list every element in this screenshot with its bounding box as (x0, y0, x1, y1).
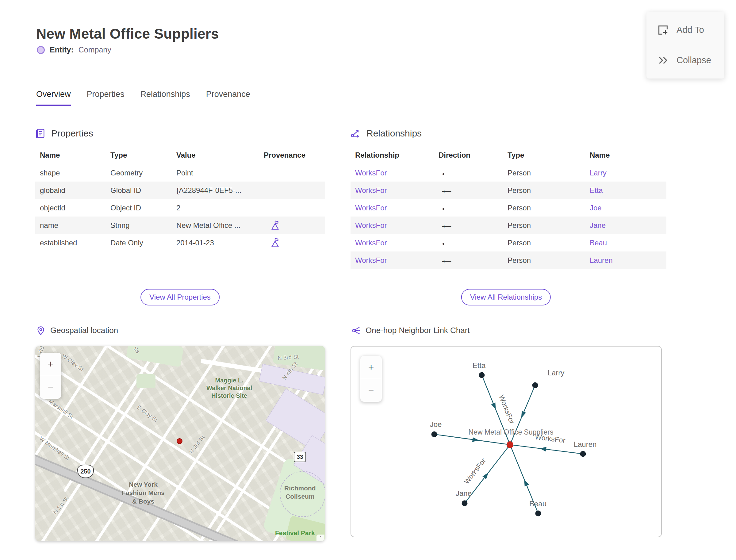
map-label-street: E Clay St (136, 404, 159, 424)
column-header: Name (590, 151, 666, 159)
relationship-direction: ← (439, 203, 508, 213)
tab-properties[interactable]: Properties (87, 90, 125, 106)
relationship-type-link[interactable]: WorksFor (355, 169, 439, 177)
relationship-type-link[interactable]: WorksFor (355, 186, 439, 195)
node-label-Larry: Larry (548, 369, 565, 377)
view-all-relationships-button[interactable]: View All Relationships (461, 289, 551, 305)
node-Lauren[interactable] (580, 451, 586, 457)
related-entity-type: Person (508, 169, 590, 177)
property-provenance[interactable] (264, 238, 325, 248)
add-to-button[interactable]: Add To (646, 24, 724, 36)
one-hop-link-chart[interactable]: WorksForWorksForWorksForEttaLarryJoeLaur… (351, 346, 662, 537)
related-entity-link[interactable]: Lauren (590, 256, 666, 265)
related-entity-type: Person (508, 256, 590, 265)
link-chart-title: One-hop Neighbor Link Chart (366, 326, 470, 335)
relationship-direction: ← (439, 255, 508, 265)
related-entity-type: Person (508, 239, 590, 247)
relationship-type-link[interactable]: WorksFor (355, 221, 439, 230)
link-chart-icon (351, 326, 361, 335)
tab-overview[interactable]: Overview (36, 90, 71, 106)
relationship-type-link[interactable]: WorksFor (355, 256, 439, 265)
tab-bar: Overview Properties Relationships Proven… (36, 90, 250, 106)
collapse-button[interactable]: Collapse (646, 54, 724, 67)
relationships-section-title: Relationships (366, 128, 422, 139)
property-type: Global ID (110, 186, 176, 195)
relationship-direction: ← (439, 168, 508, 178)
tab-provenance[interactable]: Provenance (206, 90, 250, 106)
node-label-Joe: Joe (430, 420, 442, 428)
column-header: Name (40, 151, 110, 159)
node-label-Lauren: Lauren (574, 440, 597, 448)
related-entity-link[interactable]: Etta (590, 186, 666, 195)
left-arrow-icon: ← (439, 168, 454, 178)
provenance-flag-icon (270, 220, 280, 230)
node-label-Etta: Etta (473, 361, 486, 370)
link-chart-heading: One-hop Neighbor Link Chart (351, 326, 470, 335)
view-all-properties-button[interactable]: View All Properties (140, 289, 220, 305)
related-entity-link[interactable]: Jane (590, 221, 666, 230)
property-type: Geometry (110, 169, 176, 177)
relationships-table-header: RelationshipDirectionTypeName (351, 151, 666, 164)
entity-row: Entity: Company (37, 45, 111, 54)
double-chevron-right-icon (657, 54, 669, 67)
action-panel: Add To Collapse (646, 12, 724, 79)
relationship-row: WorksFor←PersonBeau (351, 234, 666, 251)
relationship-direction: ← (439, 186, 508, 195)
provenance-flag-icon (270, 238, 280, 248)
geospatial-title: Geospatial location (50, 326, 118, 335)
property-value: New Metal Office ... (176, 221, 264, 230)
geospatial-map[interactable]: k RdW Clay StSaMarshall StW Marshall StE… (35, 346, 325, 541)
node-Larry[interactable] (532, 382, 538, 388)
relationships-section-heading: Relationships (351, 128, 422, 139)
relationship-row: WorksFor←PersonEtta (351, 182, 666, 199)
tab-relationships[interactable]: Relationships (140, 90, 190, 106)
edge-arrow-icon (491, 402, 498, 410)
properties-table-body: shapeGeometryPointglobalidGlobal ID{A228… (35, 164, 325, 251)
node-Joe[interactable] (431, 432, 437, 437)
property-value: 2014-01-23 (176, 239, 264, 247)
node-label-Beau: Beau (529, 500, 546, 508)
node-Jane[interactable] (462, 501, 468, 506)
map-label-green-poi: Maggie L. Walker National Historic Site (206, 377, 252, 400)
center-node[interactable] (507, 441, 513, 448)
related-entity-type: Person (508, 221, 590, 230)
properties-table-header: NameTypeValueProvenance (35, 151, 325, 164)
property-row: objectidObject ID2 (35, 199, 325, 217)
node-Beau[interactable] (535, 511, 541, 516)
properties-icon (35, 128, 46, 139)
map-zoom-out-button[interactable]: − (40, 376, 61, 399)
related-entity-link[interactable]: Joe (590, 204, 666, 212)
route-shield-33: 33 (294, 452, 306, 462)
column-header: Type (508, 151, 590, 159)
map-pin-icon (36, 326, 45, 335)
property-name: name (40, 221, 110, 230)
property-provenance[interactable] (264, 220, 325, 230)
page-title: New Metal Office Suppliers (36, 25, 219, 42)
map-attribution-toggle[interactable]: ⌃ (316, 535, 324, 541)
related-entity-link[interactable]: Beau (590, 239, 666, 247)
property-value: {A228944F-0EF5-... (176, 186, 264, 195)
left-arrow-icon: ← (439, 255, 454, 265)
related-entity-link[interactable]: Larry (590, 169, 666, 177)
relationship-row: WorksFor←PersonLauren (351, 251, 666, 269)
column-header: Value (176, 151, 264, 159)
node-Etta[interactable] (479, 372, 485, 378)
map-zoom-in-button[interactable]: + (40, 353, 61, 376)
map-park-area (136, 374, 155, 388)
chart-zoom-out-button[interactable]: − (360, 379, 382, 402)
related-entity-type: Person (508, 204, 590, 212)
property-name: globalid (40, 186, 110, 195)
related-entity-type: Person (508, 186, 590, 195)
edge-Lauren[interactable] (510, 445, 583, 454)
property-type: String (110, 221, 176, 230)
relationships-table: RelationshipDirectionTypeName WorksFor←P… (351, 151, 666, 269)
entity-location-marker[interactable] (177, 438, 182, 444)
link-chart-canvas: WorksForWorksForWorksForEttaLarryJoeLaur… (351, 347, 661, 537)
relationships-table-body: WorksFor←PersonLarryWorksFor←PersonEttaW… (351, 164, 666, 269)
edge-arrow-icon (519, 411, 526, 419)
left-arrow-icon: ← (439, 238, 454, 247)
chart-zoom-in-button[interactable]: + (360, 356, 382, 379)
relationship-type-link[interactable]: WorksFor (355, 204, 439, 212)
relationship-type-link[interactable]: WorksFor (355, 239, 439, 247)
column-header: Relationship (355, 151, 439, 159)
